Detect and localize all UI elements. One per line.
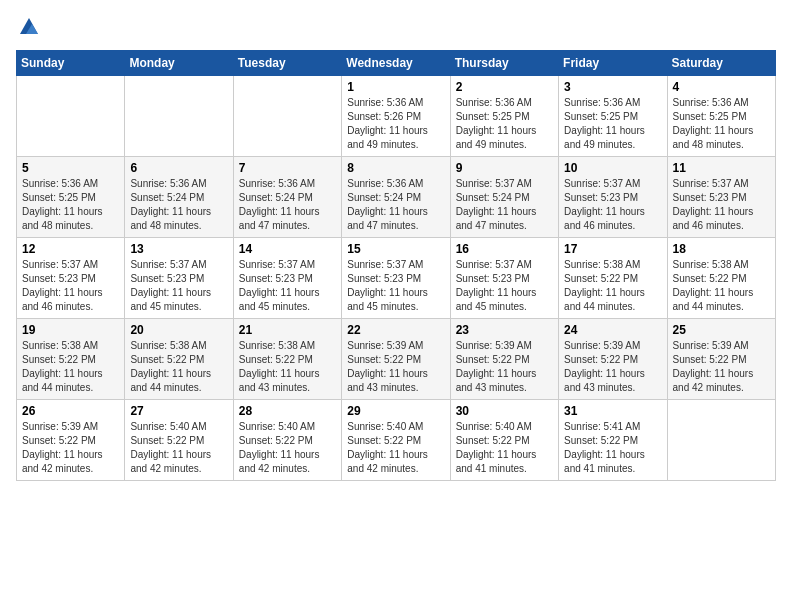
day-number: 23 <box>456 323 553 337</box>
day-number: 16 <box>456 242 553 256</box>
day-number: 29 <box>347 404 444 418</box>
calendar-empty-cell <box>17 76 125 157</box>
calendar-day-cell: 17Sunrise: 5:38 AM Sunset: 5:22 PM Dayli… <box>559 238 667 319</box>
calendar-week-row: 19Sunrise: 5:38 AM Sunset: 5:22 PM Dayli… <box>17 319 776 400</box>
day-info: Sunrise: 5:37 AM Sunset: 5:23 PM Dayligh… <box>564 177 661 233</box>
weekday-header-friday: Friday <box>559 51 667 76</box>
day-info: Sunrise: 5:38 AM Sunset: 5:22 PM Dayligh… <box>673 258 770 314</box>
calendar-day-cell: 14Sunrise: 5:37 AM Sunset: 5:23 PM Dayli… <box>233 238 341 319</box>
day-number: 20 <box>130 323 227 337</box>
day-info: Sunrise: 5:39 AM Sunset: 5:22 PM Dayligh… <box>673 339 770 395</box>
day-number: 11 <box>673 161 770 175</box>
day-info: Sunrise: 5:39 AM Sunset: 5:22 PM Dayligh… <box>456 339 553 395</box>
day-info: Sunrise: 5:37 AM Sunset: 5:23 PM Dayligh… <box>239 258 336 314</box>
day-number: 9 <box>456 161 553 175</box>
calendar-day-cell: 11Sunrise: 5:37 AM Sunset: 5:23 PM Dayli… <box>667 157 775 238</box>
calendar-day-cell: 19Sunrise: 5:38 AM Sunset: 5:22 PM Dayli… <box>17 319 125 400</box>
day-info: Sunrise: 5:38 AM Sunset: 5:22 PM Dayligh… <box>564 258 661 314</box>
calendar-day-cell: 7Sunrise: 5:36 AM Sunset: 5:24 PM Daylig… <box>233 157 341 238</box>
day-info: Sunrise: 5:39 AM Sunset: 5:22 PM Dayligh… <box>22 420 119 476</box>
day-number: 6 <box>130 161 227 175</box>
weekday-header-wednesday: Wednesday <box>342 51 450 76</box>
day-number: 8 <box>347 161 444 175</box>
calendar-day-cell: 12Sunrise: 5:37 AM Sunset: 5:23 PM Dayli… <box>17 238 125 319</box>
page-header <box>16 16 776 38</box>
calendar-day-cell: 4Sunrise: 5:36 AM Sunset: 5:25 PM Daylig… <box>667 76 775 157</box>
calendar-day-cell: 5Sunrise: 5:36 AM Sunset: 5:25 PM Daylig… <box>17 157 125 238</box>
logo <box>16 16 40 38</box>
calendar-day-cell: 29Sunrise: 5:40 AM Sunset: 5:22 PM Dayli… <box>342 400 450 481</box>
day-number: 27 <box>130 404 227 418</box>
day-info: Sunrise: 5:37 AM Sunset: 5:23 PM Dayligh… <box>456 258 553 314</box>
day-info: Sunrise: 5:37 AM Sunset: 5:23 PM Dayligh… <box>673 177 770 233</box>
day-info: Sunrise: 5:40 AM Sunset: 5:22 PM Dayligh… <box>239 420 336 476</box>
day-number: 28 <box>239 404 336 418</box>
calendar-day-cell: 30Sunrise: 5:40 AM Sunset: 5:22 PM Dayli… <box>450 400 558 481</box>
day-number: 7 <box>239 161 336 175</box>
day-info: Sunrise: 5:39 AM Sunset: 5:22 PM Dayligh… <box>564 339 661 395</box>
calendar-table: SundayMondayTuesdayWednesdayThursdayFrid… <box>16 50 776 481</box>
calendar-day-cell: 20Sunrise: 5:38 AM Sunset: 5:22 PM Dayli… <box>125 319 233 400</box>
calendar-week-row: 1Sunrise: 5:36 AM Sunset: 5:26 PM Daylig… <box>17 76 776 157</box>
calendar-header-row: SundayMondayTuesdayWednesdayThursdayFrid… <box>17 51 776 76</box>
weekday-header-monday: Monday <box>125 51 233 76</box>
calendar-empty-cell <box>233 76 341 157</box>
calendar-empty-cell <box>667 400 775 481</box>
day-info: Sunrise: 5:40 AM Sunset: 5:22 PM Dayligh… <box>456 420 553 476</box>
calendar-day-cell: 1Sunrise: 5:36 AM Sunset: 5:26 PM Daylig… <box>342 76 450 157</box>
calendar-day-cell: 8Sunrise: 5:36 AM Sunset: 5:24 PM Daylig… <box>342 157 450 238</box>
day-number: 17 <box>564 242 661 256</box>
calendar-week-row: 12Sunrise: 5:37 AM Sunset: 5:23 PM Dayli… <box>17 238 776 319</box>
day-number: 22 <box>347 323 444 337</box>
day-info: Sunrise: 5:38 AM Sunset: 5:22 PM Dayligh… <box>130 339 227 395</box>
weekday-header-tuesday: Tuesday <box>233 51 341 76</box>
day-number: 4 <box>673 80 770 94</box>
day-info: Sunrise: 5:36 AM Sunset: 5:25 PM Dayligh… <box>564 96 661 152</box>
calendar-empty-cell <box>125 76 233 157</box>
day-info: Sunrise: 5:36 AM Sunset: 5:24 PM Dayligh… <box>347 177 444 233</box>
day-info: Sunrise: 5:36 AM Sunset: 5:26 PM Dayligh… <box>347 96 444 152</box>
day-info: Sunrise: 5:37 AM Sunset: 5:23 PM Dayligh… <box>130 258 227 314</box>
weekday-header-sunday: Sunday <box>17 51 125 76</box>
day-info: Sunrise: 5:40 AM Sunset: 5:22 PM Dayligh… <box>130 420 227 476</box>
calendar-day-cell: 16Sunrise: 5:37 AM Sunset: 5:23 PM Dayli… <box>450 238 558 319</box>
day-info: Sunrise: 5:36 AM Sunset: 5:24 PM Dayligh… <box>130 177 227 233</box>
calendar-day-cell: 2Sunrise: 5:36 AM Sunset: 5:25 PM Daylig… <box>450 76 558 157</box>
day-number: 3 <box>564 80 661 94</box>
calendar-day-cell: 3Sunrise: 5:36 AM Sunset: 5:25 PM Daylig… <box>559 76 667 157</box>
calendar-week-row: 26Sunrise: 5:39 AM Sunset: 5:22 PM Dayli… <box>17 400 776 481</box>
logo-icon <box>18 16 40 38</box>
day-number: 14 <box>239 242 336 256</box>
calendar-day-cell: 26Sunrise: 5:39 AM Sunset: 5:22 PM Dayli… <box>17 400 125 481</box>
day-info: Sunrise: 5:36 AM Sunset: 5:25 PM Dayligh… <box>22 177 119 233</box>
calendar-day-cell: 23Sunrise: 5:39 AM Sunset: 5:22 PM Dayli… <box>450 319 558 400</box>
calendar-day-cell: 21Sunrise: 5:38 AM Sunset: 5:22 PM Dayli… <box>233 319 341 400</box>
day-info: Sunrise: 5:36 AM Sunset: 5:25 PM Dayligh… <box>456 96 553 152</box>
day-number: 2 <box>456 80 553 94</box>
calendar-day-cell: 18Sunrise: 5:38 AM Sunset: 5:22 PM Dayli… <box>667 238 775 319</box>
day-number: 31 <box>564 404 661 418</box>
day-number: 12 <box>22 242 119 256</box>
day-number: 10 <box>564 161 661 175</box>
day-number: 1 <box>347 80 444 94</box>
day-info: Sunrise: 5:37 AM Sunset: 5:23 PM Dayligh… <box>22 258 119 314</box>
calendar-day-cell: 6Sunrise: 5:36 AM Sunset: 5:24 PM Daylig… <box>125 157 233 238</box>
weekday-header-thursday: Thursday <box>450 51 558 76</box>
calendar-week-row: 5Sunrise: 5:36 AM Sunset: 5:25 PM Daylig… <box>17 157 776 238</box>
weekday-header-saturday: Saturday <box>667 51 775 76</box>
day-info: Sunrise: 5:40 AM Sunset: 5:22 PM Dayligh… <box>347 420 444 476</box>
calendar-day-cell: 25Sunrise: 5:39 AM Sunset: 5:22 PM Dayli… <box>667 319 775 400</box>
calendar-day-cell: 27Sunrise: 5:40 AM Sunset: 5:22 PM Dayli… <box>125 400 233 481</box>
day-number: 30 <box>456 404 553 418</box>
day-number: 18 <box>673 242 770 256</box>
calendar-day-cell: 28Sunrise: 5:40 AM Sunset: 5:22 PM Dayli… <box>233 400 341 481</box>
day-info: Sunrise: 5:39 AM Sunset: 5:22 PM Dayligh… <box>347 339 444 395</box>
day-info: Sunrise: 5:41 AM Sunset: 5:22 PM Dayligh… <box>564 420 661 476</box>
calendar-day-cell: 9Sunrise: 5:37 AM Sunset: 5:24 PM Daylig… <box>450 157 558 238</box>
day-number: 26 <box>22 404 119 418</box>
day-info: Sunrise: 5:36 AM Sunset: 5:24 PM Dayligh… <box>239 177 336 233</box>
day-number: 5 <box>22 161 119 175</box>
calendar-day-cell: 15Sunrise: 5:37 AM Sunset: 5:23 PM Dayli… <box>342 238 450 319</box>
day-number: 24 <box>564 323 661 337</box>
calendar-day-cell: 10Sunrise: 5:37 AM Sunset: 5:23 PM Dayli… <box>559 157 667 238</box>
